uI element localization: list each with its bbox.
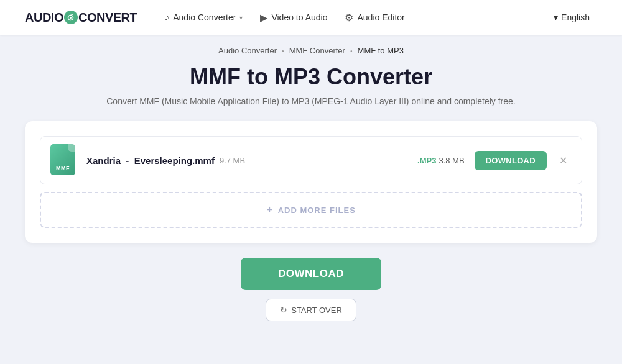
logo[interactable]: AUDIO CONVERT xyxy=(25,11,137,25)
breadcrumb-dot-1: ● xyxy=(282,49,284,53)
nav-video-to-audio-label: Video to Audio xyxy=(271,12,327,22)
breadcrumb-dot-2: ● xyxy=(350,49,353,53)
breadcrumb-current: MMF to MP3 xyxy=(358,46,404,55)
language-label: English xyxy=(561,12,590,22)
add-more-files-row[interactable]: + ADD MORE FILES xyxy=(40,192,582,228)
logo-audio-text: AUDIO xyxy=(25,11,63,25)
file-row: MMF Xandria_-_Eversleeping.mmf 9.7 MB .M… xyxy=(40,136,582,184)
file-close-button[interactable]: ✕ xyxy=(554,152,572,169)
breadcrumb-audio-converter[interactable]: Audio Converter xyxy=(218,46,277,55)
main-content: MMF to MP3 Converter Convert MMF (Music … xyxy=(0,64,622,346)
file-download-button[interactable]: DOWNLOAD xyxy=(475,151,547,170)
svg-point-1 xyxy=(70,17,72,19)
logo-convert-text: CONVERT xyxy=(78,11,137,25)
audio-editor-icon: ⚙ xyxy=(345,12,353,24)
page-title: MMF to MP3 Converter xyxy=(190,64,432,90)
audio-converter-chevron: ▾ xyxy=(239,14,243,21)
logo-icon xyxy=(64,11,78,24)
page-subtitle: Convert MMF (Music Mobile Application Fi… xyxy=(106,96,515,106)
svg-line-2 xyxy=(71,14,73,16)
file-icon-bg: MMF xyxy=(50,144,75,175)
file-icon-label: MMF xyxy=(56,165,70,171)
nav-audio-converter[interactable]: ♪ Audio Converter ▾ xyxy=(157,8,250,27)
nav-audio-editor[interactable]: ⚙ Audio Editor xyxy=(337,8,412,27)
file-size: 9.7 MB xyxy=(220,156,245,165)
start-over-label: START OVER xyxy=(291,306,342,315)
nav-audio-converter-label: Audio Converter xyxy=(173,12,236,22)
conversion-box: MMF Xandria_-_Eversleeping.mmf 9.7 MB .M… xyxy=(25,121,597,243)
main-nav: ♪ Audio Converter ▾ ▶ Video to Audio ⚙ A… xyxy=(157,8,546,27)
add-plus-icon: + xyxy=(266,204,273,216)
language-chevron: ▾ xyxy=(554,12,558,22)
main-download-button[interactable]: DOWNLOAD xyxy=(241,258,381,290)
output-format: .MP3 xyxy=(417,156,436,165)
header: AUDIO CONVERT ♪ Audio Converter ▾ ▶ Vide… xyxy=(0,0,622,35)
file-name: Xandria_-_Eversleeping.mmf xyxy=(86,155,215,166)
video-to-audio-icon: ▶ xyxy=(260,12,267,24)
refresh-icon: ↻ xyxy=(280,305,287,315)
breadcrumb-mmf-converter[interactable]: MMF Converter xyxy=(289,46,345,55)
add-more-files-label: ADD MORE FILES xyxy=(278,206,356,215)
breadcrumb: Audio Converter ● MMF Converter ● MMF to… xyxy=(0,35,622,64)
start-over-button[interactable]: ↻ START OVER xyxy=(266,299,356,321)
file-icon-wrap: MMF xyxy=(50,144,78,176)
nav-video-to-audio[interactable]: ▶ Video to Audio xyxy=(253,8,335,27)
bottom-actions: DOWNLOAD ↻ START OVER xyxy=(241,258,381,321)
file-output: .MP3 3.8 MB xyxy=(417,156,465,165)
audio-converter-icon: ♪ xyxy=(164,12,169,23)
nav-audio-editor-label: Audio Editor xyxy=(357,12,404,22)
output-size: 3.8 MB xyxy=(439,156,464,165)
language-selector[interactable]: ▾ English xyxy=(546,9,597,26)
